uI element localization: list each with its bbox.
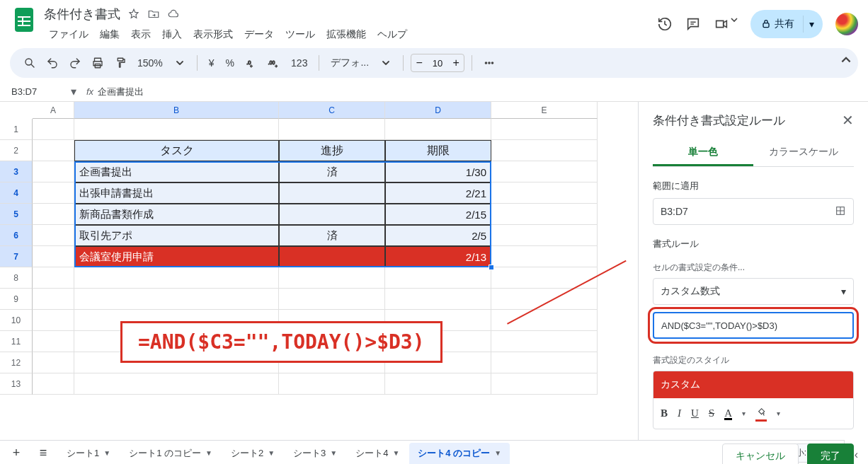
doc-title[interactable]: 条件付き書式 — [44, 6, 120, 23]
number-format-123[interactable]: 123 — [287, 57, 312, 69]
cell[interactable] — [279, 267, 385, 289]
font-dropdown-icon[interactable] — [376, 53, 396, 73]
sheet-tab-menu-icon[interactable]: ▼ — [494, 449, 501, 457]
spreadsheet-grid[interactable]: A B C D E 12タスク進捗期限3企画書提出済1/304出張申請書提出2/… — [0, 102, 638, 440]
cell[interactable] — [491, 310, 598, 331]
collapse-toolbar-icon[interactable] — [841, 56, 851, 69]
cell[interactable] — [491, 140, 598, 161]
increase-decimal-icon[interactable]: .00 — [264, 53, 284, 73]
row-header[interactable]: 2 — [0, 140, 33, 161]
row-header[interactable]: 12 — [0, 352, 33, 373]
condition-select[interactable]: カスタム数式 ▾ — [653, 278, 854, 305]
sheet-tab[interactable]: シート4 のコピー▼ — [409, 443, 510, 464]
cell[interactable] — [74, 289, 279, 310]
cell[interactable] — [33, 140, 74, 161]
row-header[interactable]: 6 — [0, 225, 33, 246]
cloud-status-icon[interactable] — [167, 8, 180, 21]
add-sheet-icon[interactable]: + — [4, 446, 28, 460]
all-sheets-icon[interactable]: ≡ — [31, 446, 55, 460]
cell[interactable] — [491, 289, 598, 310]
menu-file[interactable]: ファイル — [44, 25, 93, 44]
fill-color-dropdown-icon[interactable]: ▾ — [777, 410, 780, 417]
cell[interactable]: 2/13 — [385, 246, 491, 267]
search-icon[interactable] — [20, 53, 40, 73]
row-header[interactable]: 3 — [0, 161, 33, 182]
cell[interactable]: 新商品書類作成 — [74, 204, 279, 225]
cell[interactable] — [491, 352, 598, 373]
zoom-level[interactable]: 150% — [133, 57, 167, 69]
cell[interactable]: 企画書提出 — [74, 161, 279, 182]
col-header-E[interactable]: E — [491, 102, 598, 119]
tab-color-scale[interactable]: カラースケール — [753, 140, 854, 166]
name-box[interactable]: B3:D7 — [8, 86, 65, 97]
cell[interactable] — [491, 331, 598, 352]
sheet-tab-menu-icon[interactable]: ▼ — [268, 449, 275, 457]
sheet-tab[interactable]: シート1▼ — [58, 443, 119, 464]
cell[interactable]: 済 — [279, 161, 385, 182]
cell[interactable] — [33, 331, 74, 352]
menu-help[interactable]: ヘルプ — [372, 25, 412, 44]
sheet-tab[interactable]: シート2▼ — [222, 443, 283, 464]
comment-icon[interactable] — [685, 16, 701, 32]
menu-format[interactable]: 表示形式 — [188, 25, 238, 44]
font-family[interactable]: デフォ... — [326, 57, 373, 69]
zoom-dropdown-icon[interactable] — [170, 53, 190, 73]
cell[interactable]: タスク — [74, 140, 279, 161]
cell[interactable]: 会議室使用申請 — [74, 246, 279, 267]
show-side-panel-icon[interactable]: ‹ — [855, 448, 858, 461]
row-header[interactable]: 11 — [0, 331, 33, 352]
row-header[interactable]: 13 — [0, 373, 33, 395]
range-input[interactable]: B3:D7 — [653, 198, 854, 225]
row-header[interactable]: 7 — [0, 246, 33, 267]
cell[interactable] — [33, 204, 74, 225]
cell[interactable] — [491, 246, 598, 267]
close-icon[interactable]: ✕ — [842, 112, 854, 129]
done-button[interactable]: 完了 — [807, 443, 854, 464]
bold-icon[interactable]: B — [661, 407, 668, 419]
cell[interactable]: 2/21 — [385, 182, 491, 204]
cell[interactable] — [74, 267, 279, 289]
percent-format[interactable]: % — [222, 57, 239, 69]
text-color-icon[interactable]: A — [724, 407, 732, 420]
menu-view[interactable]: 表示 — [126, 25, 156, 44]
sheet-tab[interactable]: シート1 のコピー▼ — [120, 443, 221, 464]
row-header[interactable]: 9 — [0, 289, 33, 310]
selection-handle[interactable] — [489, 265, 494, 270]
underline-icon[interactable]: U — [691, 407, 699, 419]
row-header[interactable]: 5 — [0, 204, 33, 225]
cell[interactable] — [385, 267, 491, 289]
cell[interactable] — [33, 310, 74, 331]
currency-format[interactable]: ¥ — [205, 57, 219, 69]
cell[interactable] — [385, 289, 491, 310]
font-size-value[interactable]: 10 — [427, 58, 448, 69]
col-header-C[interactable]: C — [279, 102, 385, 119]
cell[interactable] — [74, 373, 279, 395]
more-tools-icon[interactable] — [479, 53, 499, 73]
star-icon[interactable] — [127, 8, 140, 21]
font-size-plus[interactable]: + — [448, 57, 464, 69]
cell[interactable] — [491, 161, 598, 182]
cell[interactable] — [33, 289, 74, 310]
sheet-tab[interactable]: シート3▼ — [285, 443, 346, 464]
italic-icon[interactable]: I — [678, 407, 681, 419]
row-header[interactable]: 10 — [0, 310, 33, 331]
history-icon[interactable] — [657, 16, 673, 32]
menu-insert[interactable]: 挿入 — [157, 25, 187, 44]
cell[interactable] — [33, 267, 74, 289]
cell[interactable] — [491, 204, 598, 225]
col-header-D[interactable]: D — [385, 102, 491, 119]
menu-edit[interactable]: 編集 — [95, 25, 125, 44]
row-header[interactable]: 8 — [0, 267, 33, 289]
menu-extensions[interactable]: 拡張機能 — [321, 25, 371, 44]
sheet-tab[interactable]: シート4▼ — [347, 443, 408, 464]
tab-single-color[interactable]: 単一色 — [653, 140, 753, 166]
cell[interactable]: 1/30 — [385, 161, 491, 182]
cell[interactable] — [279, 182, 385, 204]
cell[interactable] — [33, 119, 74, 140]
paint-format-icon[interactable] — [110, 53, 130, 73]
cell[interactable] — [491, 267, 598, 289]
cell[interactable] — [385, 119, 491, 140]
menu-data[interactable]: データ — [239, 25, 279, 44]
cell[interactable] — [33, 246, 74, 267]
name-box-dropdown-icon[interactable]: ▾ — [65, 85, 82, 98]
